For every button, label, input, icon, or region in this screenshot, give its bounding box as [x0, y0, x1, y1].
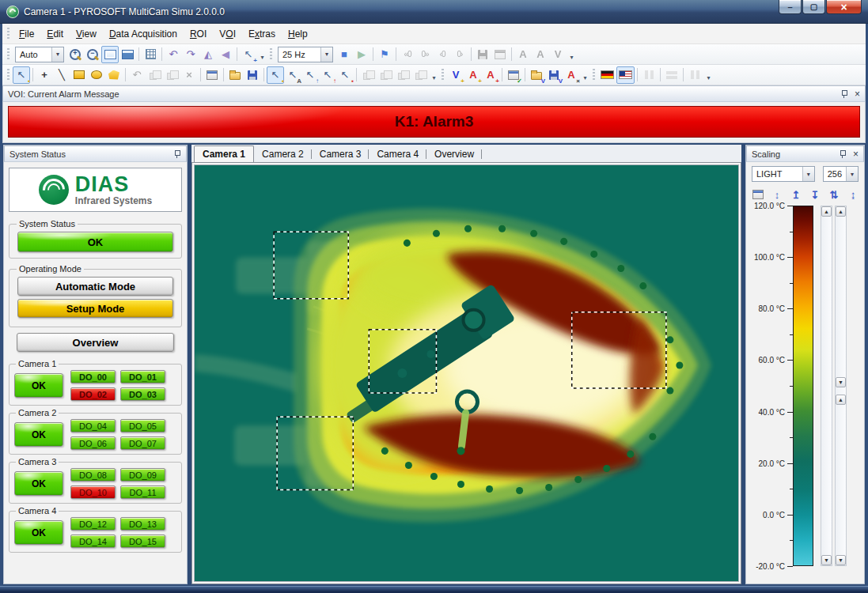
toolbar-overflow-button[interactable]: ▾	[257, 46, 267, 63]
do-button-do_13[interactable]: DO_13	[120, 517, 165, 531]
tab-camera-4[interactable]: Camera 4	[369, 146, 426, 162]
maximize-button[interactable]	[802, 0, 825, 14]
roi-label-icon[interactable]: ↖A	[284, 66, 301, 84]
chevron-down-icon[interactable]: ▾	[320, 47, 332, 62]
split-vertical-icon[interactable]	[640, 66, 658, 84]
voi-add-icon[interactable]: V+	[447, 66, 464, 84]
menu-data-acquisition[interactable]: Data Acquisition	[103, 25, 184, 43]
line-tool-icon[interactable]: ╲	[53, 66, 70, 84]
voi-save-icon[interactable]: V	[545, 66, 563, 84]
delete-icon[interactable]: ×	[180, 66, 198, 84]
point-tool-icon[interactable]: +	[36, 66, 53, 84]
export-alarms-icon[interactable]: A	[514, 46, 532, 63]
flip-vertical-icon[interactable]: ◀	[217, 46, 234, 63]
roi-select-icon[interactable]: ↖▪	[267, 66, 284, 84]
zoom-in-icon[interactable]	[66, 46, 84, 63]
menu-file[interactable]: File	[13, 25, 40, 43]
camera-4-status-button[interactable]: OK	[14, 520, 63, 545]
toolbar-overflow-button[interactable]: ▾	[580, 66, 589, 84]
send-back-icon[interactable]	[377, 66, 394, 84]
alarm-add-2-icon[interactable]: A+	[482, 66, 499, 84]
do-button-do_06[interactable]: DO_06	[70, 436, 116, 450]
alarm-add-icon[interactable]: A+	[464, 66, 482, 84]
do-button-do_05[interactable]: DO_05	[120, 419, 165, 432]
do-button-do_01[interactable]: DO_01	[120, 370, 165, 383]
roi-alarm-up-icon[interactable]: ↖↑	[319, 66, 336, 84]
tab-camera-1[interactable]: Camera 1	[194, 145, 254, 162]
toolbar-overflow-button[interactable]: ▾	[567, 46, 576, 63]
first-event-icon[interactable]: «0	[399, 46, 416, 63]
menu-edit[interactable]: Edit	[40, 25, 70, 43]
menu-roi[interactable]: ROI	[184, 25, 213, 43]
do-button-do_03[interactable]: DO_03	[120, 387, 165, 401]
camera-3-status-button[interactable]: OK	[14, 471, 63, 496]
save-record-icon[interactable]	[474, 46, 491, 63]
next-event-icon[interactable]: 0›	[451, 46, 468, 63]
do-button-do_15[interactable]: DO_15	[120, 534, 165, 548]
tab-camera-3[interactable]: Camera 3	[312, 146, 370, 162]
do-button-do_14[interactable]: DO_14	[70, 534, 116, 548]
chevron-down-icon[interactable]: ▾	[51, 47, 63, 62]
pixel-info-cursor-icon[interactable]: ↖+	[240, 46, 257, 63]
toolbar-gripper[interactable]	[7, 69, 9, 81]
menu-extras[interactable]: Extras	[242, 25, 282, 43]
close-icon[interactable]: ×	[855, 89, 860, 99]
export-ascii-icon[interactable]: A	[532, 46, 549, 63]
pin-icon[interactable]	[172, 149, 181, 159]
do-button-do_10[interactable]: DO_10	[70, 485, 116, 499]
voi-open-icon[interactable]: V	[528, 66, 545, 84]
do-button-do_04[interactable]: DO_04	[70, 419, 116, 432]
system-status-ok-button[interactable]: OK	[17, 232, 173, 252]
tab-overview[interactable]: Overview	[426, 146, 482, 162]
arrow-down-icon[interactable]: ▼	[836, 377, 846, 387]
rotate-right-icon[interactable]: ↷	[182, 46, 199, 63]
toolbar-gripper[interactable]	[7, 28, 9, 40]
roi-save-icon[interactable]	[244, 66, 261, 84]
language-german-icon[interactable]	[598, 66, 616, 84]
ellipse-tool-icon[interactable]	[88, 66, 105, 84]
toolbar-gripper[interactable]	[593, 69, 595, 81]
do-button-do_12[interactable]: DO_12	[70, 517, 116, 531]
copy-icon[interactable]	[146, 66, 163, 84]
menu-voi[interactable]: VOI	[213, 25, 242, 43]
bring-forward-icon[interactable]	[394, 66, 411, 84]
arrow-up-icon[interactable]: ▲	[836, 395, 846, 405]
do-button-do_11[interactable]: DO_11	[120, 485, 165, 499]
alarm-delete-icon[interactable]: A×	[563, 66, 580, 84]
minimize-button[interactable]	[779, 0, 802, 14]
scaling-properties-icon[interactable]	[750, 187, 766, 202]
toolbar-gripper[interactable]	[442, 69, 444, 81]
min-value-slider[interactable]: ▲ ▼ ▲ ▼	[835, 206, 847, 566]
rotate-left-icon[interactable]: ↶	[165, 46, 182, 63]
language-english-icon[interactable]	[616, 66, 635, 84]
roi-list-icon[interactable]	[203, 66, 221, 84]
close-button[interactable]	[826, 0, 862, 14]
save-snapshot-icon[interactable]	[491, 46, 509, 63]
setup-mode-button[interactable]: Setup Mode	[17, 299, 173, 318]
bring-front-icon[interactable]	[359, 66, 377, 84]
split-panes-icon[interactable]	[686, 66, 703, 84]
toolbar-overflow-button[interactable]: ▾	[703, 66, 713, 84]
play-icon[interactable]: ▶	[353, 46, 370, 63]
arrow-up-icon[interactable]: ▲	[821, 206, 832, 217]
levels-combo[interactable]: 256 ▾	[823, 166, 859, 182]
expand-range-icon[interactable]: ↕	[769, 187, 785, 202]
polygon-tool-icon[interactable]	[105, 66, 123, 84]
export-video-icon[interactable]: V	[549, 46, 567, 63]
arrow-down-icon[interactable]: ▼	[821, 555, 832, 565]
camera-2-status-button[interactable]: OK	[14, 422, 63, 447]
auto-scale-icon[interactable]: ↨	[845, 187, 861, 202]
fullscreen-icon[interactable]	[119, 46, 136, 63]
undo-icon[interactable]: ↶	[128, 66, 146, 84]
voi-properties-icon[interactable]: ✓	[505, 66, 522, 84]
fit-image-icon[interactable]	[101, 46, 119, 63]
automatic-mode-button[interactable]: Automatic Mode	[17, 277, 173, 296]
raise-max-icon[interactable]: ↥	[788, 187, 804, 202]
send-backward-icon[interactable]	[411, 66, 429, 84]
do-button-do_07[interactable]: DO_07	[120, 436, 165, 450]
thermal-image[interactable]	[195, 165, 738, 581]
zoom-mode-combo[interactable]: Auto▾	[15, 47, 64, 62]
toolbar-gripper[interactable]	[270, 48, 272, 61]
prev-event-icon[interactable]: ‹0	[434, 46, 451, 63]
toolbar-overflow-button[interactable]: ▾	[429, 66, 438, 84]
